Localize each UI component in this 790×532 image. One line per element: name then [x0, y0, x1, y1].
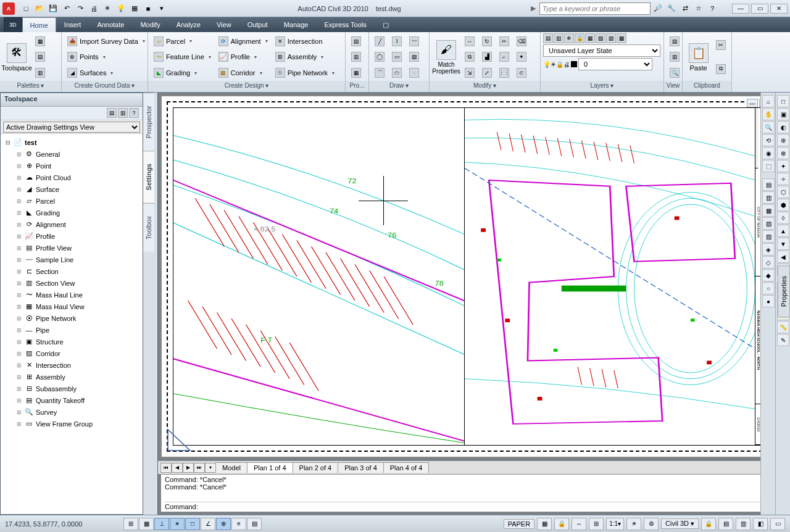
- prof-btn-2[interactable]: ▥: [348, 50, 364, 64]
- osnap-toggle[interactable]: □: [185, 518, 200, 530]
- tree-item[interactable]: ⊞⚙General: [2, 148, 141, 160]
- binoculars-icon[interactable]: 🔎: [652, 2, 664, 15]
- status-r6[interactable]: ⚙: [644, 518, 659, 530]
- tree-item[interactable]: ⊞▤Profile View: [2, 242, 141, 254]
- nav-zoom-icon[interactable]: 🔍: [762, 121, 775, 133]
- app-menu-icon[interactable]: A: [2, 2, 15, 15]
- view-dropdown[interactable]: Active Drawing Settings View: [3, 122, 140, 133]
- tab-insert[interactable]: Insert: [56, 17, 89, 32]
- rtool-a10[interactable]: ●: [762, 295, 775, 307]
- layer-select[interactable]: 0: [578, 58, 652, 70]
- tree-item[interactable]: ⊞⊟Subassembly: [2, 383, 141, 394]
- parcel-button[interactable]: ▱Parcel: [151, 35, 214, 48]
- search-input[interactable]: [539, 2, 651, 15]
- rtool-b8[interactable]: ⬡: [777, 186, 789, 198]
- offset-button[interactable]: ⊂: [514, 66, 530, 80]
- fillet-button[interactable]: ⌐: [496, 50, 512, 64]
- workspace-switch[interactable]: Civil 3D ▾: [661, 518, 699, 529]
- undo-icon[interactable]: ↶: [60, 2, 73, 15]
- cleanscreen-toggle[interactable]: ▭: [770, 518, 785, 530]
- layout-plan4[interactable]: Plan 4 of 4: [383, 462, 430, 473]
- stretch-button[interactable]: ⇲: [462, 66, 478, 80]
- rtool-c5[interactable]: ✎: [777, 334, 789, 346]
- assembly-button[interactable]: ⊞Assembly: [272, 50, 338, 64]
- rtool-a8[interactable]: ◆: [762, 269, 775, 281]
- palette-btn-2[interactable]: ▤: [32, 50, 48, 64]
- qat-dropdown-icon[interactable]: ▾: [156, 2, 168, 15]
- tab-express[interactable]: Express Tools: [316, 17, 374, 32]
- tree-item[interactable]: ⊞⟳Alignment: [2, 218, 141, 230]
- rtool-b9[interactable]: ⬢: [777, 199, 789, 211]
- rotate-button[interactable]: ↻: [479, 35, 495, 48]
- layer-icon-4[interactable]: 🔒: [575, 33, 584, 43]
- layerx-1[interactable]: ▤: [667, 35, 683, 48]
- grading-button[interactable]: ◣Grading: [151, 66, 214, 80]
- panel-draw-label[interactable]: Draw ▾: [369, 81, 429, 92]
- tab-view[interactable]: View: [209, 17, 239, 32]
- tab-home[interactable]: Home: [22, 17, 56, 32]
- open-icon[interactable]: 📂: [33, 2, 46, 15]
- tab-analyze[interactable]: Analyze: [168, 17, 209, 32]
- rtool-b11[interactable]: ▲: [777, 225, 789, 237]
- layer-icon-5[interactable]: ▦: [585, 33, 595, 43]
- rtool-b1[interactable]: □: [777, 95, 789, 107]
- layout-model[interactable]: Model: [215, 462, 247, 473]
- close-button[interactable]: ✕: [770, 4, 788, 14]
- rtool-b12[interactable]: ▼: [777, 238, 789, 250]
- help-icon[interactable]: ?: [706, 2, 718, 15]
- rtool-a2[interactable]: ▥: [762, 191, 775, 204]
- explode-button[interactable]: ✦: [514, 50, 530, 64]
- status-r2[interactable]: 🔒: [554, 518, 569, 530]
- tree-item[interactable]: ⊞〜Mass Haul Line: [2, 289, 141, 301]
- trim-button[interactable]: ✂: [496, 35, 512, 48]
- rtool-b10[interactable]: ◊: [777, 212, 789, 224]
- line-button[interactable]: ╱: [372, 35, 388, 48]
- tab-toolbox[interactable]: Toolbox: [143, 203, 154, 252]
- featureline-button[interactable]: 〜Feature Line: [151, 50, 214, 64]
- bulb-icon[interactable]: 💡: [115, 2, 127, 15]
- tab-extra[interactable]: ▢: [375, 17, 397, 32]
- move-button[interactable]: ↔: [462, 35, 478, 48]
- tabnav-last[interactable]: ⏭: [194, 463, 205, 473]
- viewport-left[interactable]: 72 74 76 78 × 82.5 F T: [173, 108, 465, 445]
- prof-btn-3[interactable]: ▦: [348, 66, 364, 80]
- tree-item[interactable]: ⊞◣Grading: [2, 207, 141, 218]
- tab-settings[interactable]: Settings: [143, 151, 154, 202]
- ellipse-button[interactable]: ⬭: [389, 66, 405, 80]
- tabnav-list[interactable]: ▾: [205, 463, 216, 473]
- layer-icon-7[interactable]: ▨: [606, 33, 616, 43]
- rtool-b5[interactable]: ⊗: [777, 147, 789, 159]
- redo-icon[interactable]: ↷: [74, 2, 86, 15]
- corridor-button[interactable]: ▦Corridor: [215, 66, 271, 80]
- surfaces-button[interactable]: ◢Surfaces: [64, 66, 148, 80]
- rtool-b2[interactable]: ▣: [777, 108, 789, 120]
- layout-plan3[interactable]: Plan 3 of 4: [338, 462, 384, 473]
- rtool-a3[interactable]: ▦: [762, 204, 775, 217]
- hatch-button[interactable]: ▨: [406, 50, 422, 64]
- star-icon[interactable]: ☆: [692, 2, 705, 15]
- erase-button[interactable]: ⌫: [514, 35, 530, 48]
- layerx-2[interactable]: ▥: [667, 50, 683, 64]
- qp-toggle[interactable]: ▤: [247, 518, 262, 530]
- tree-root[interactable]: ⊟📄test: [2, 136, 141, 148]
- rect-button[interactable]: ▭: [389, 50, 405, 64]
- arrows-icon[interactable]: ⇄: [679, 2, 691, 15]
- save-icon[interactable]: 💾: [47, 2, 59, 15]
- minimize-button[interactable]: —: [732, 4, 749, 14]
- layer-icon-1[interactable]: ▤: [543, 33, 553, 43]
- command-line[interactable]: Command: *Cancel* Command: *Cancel* Comm…: [160, 474, 788, 512]
- ts-tool-2[interactable]: ▥: [118, 108, 128, 118]
- tab-output[interactable]: Output: [239, 17, 276, 32]
- pipenetwork-button[interactable]: ⦿Pipe Network: [272, 66, 338, 80]
- points-button[interactable]: ⊕Points: [64, 50, 148, 64]
- sun-icon[interactable]: ☀: [101, 2, 114, 15]
- tree-item[interactable]: ⊞—Pipe: [2, 324, 141, 336]
- nav-wheel-icon[interactable]: ◉: [762, 147, 775, 159]
- profile-button[interactable]: 📈Profile: [215, 50, 271, 64]
- array-button[interactable]: ⋮⋮: [496, 66, 512, 80]
- settings-tree[interactable]: ⊟📄test ⊞⚙General⊞⊕Point⊞☁Point Cloud⊞◢Su…: [1, 134, 143, 514]
- scale-button[interactable]: ⤢: [479, 66, 495, 80]
- layout-plan2[interactable]: Plan 2 of 4: [293, 462, 339, 473]
- status-r5[interactable]: ☀: [626, 518, 641, 530]
- panel-layers-label[interactable]: Layers ▾: [541, 81, 663, 92]
